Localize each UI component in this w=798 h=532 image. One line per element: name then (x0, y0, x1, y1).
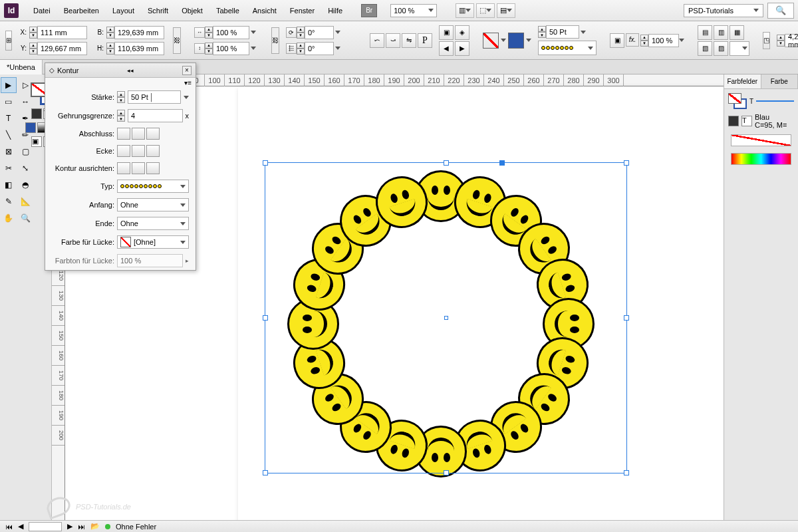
y-field[interactable]: 129,667 mm (37, 42, 87, 55)
width-field[interactable]: 129,639 mm (114, 26, 164, 39)
align-center[interactable] (117, 162, 130, 174)
scale-x-field[interactable]: 100 % (213, 26, 249, 39)
handle-bm[interactable] (444, 470, 449, 475)
hue-spectrum[interactable] (731, 153, 791, 165)
fit-frame[interactable]: ▥ (714, 25, 728, 40)
line-tool[interactable]: ╲ (1, 127, 17, 143)
eyedropper-tool[interactable]: ✎ (1, 194, 17, 209)
cap-butt[interactable] (117, 128, 130, 140)
panel-menu-icon[interactable]: ▾≡ (184, 79, 192, 86)
y-down[interactable]: ▼ (29, 49, 37, 55)
page-last[interactable]: ⏭ (78, 523, 85, 531)
document-tab[interactable]: *Unbena (0, 60, 43, 74)
panel-header[interactable]: ◇ Kontur ◂◂ × (45, 63, 196, 78)
tab-farbfelder[interactable]: Farbfelder (724, 74, 761, 88)
apply-container[interactable] (31, 108, 42, 119)
rotate-field[interactable]: 0° (305, 26, 334, 39)
constrain-proportions[interactable]: ⛓ (173, 27, 181, 54)
preflight-status[interactable]: Ohne Fehler (116, 523, 156, 531)
menu-objekt[interactable]: Objekt (176, 4, 208, 17)
cap-projecting[interactable] (146, 128, 160, 140)
open-icon[interactable]: 📂 (90, 522, 100, 531)
stroke-type-select[interactable] (117, 180, 189, 193)
join-bevel[interactable] (146, 145, 160, 157)
menu-schrift[interactable]: Schrift (142, 4, 174, 17)
panel-close[interactable]: × (182, 66, 192, 75)
x-down[interactable]: ▼ (29, 33, 37, 39)
shear-field[interactable]: 0° (305, 42, 334, 55)
search-button[interactable]: 🔍 (767, 3, 794, 19)
apply-text-icon[interactable]: T (741, 116, 752, 126)
gradient-swatch-tool[interactable]: ◧ (1, 177, 17, 193)
staerke-field[interactable]: 50 Pt (128, 90, 181, 104)
none-swatch-bar[interactable] (731, 134, 791, 146)
fill-swatch[interactable] (483, 33, 499, 49)
select-prev[interactable]: ◀ (439, 41, 454, 56)
select-next[interactable]: ▶ (455, 41, 469, 56)
gap-color-select[interactable]: [Ohne] (117, 235, 189, 249)
page-first[interactable]: ⏮ (5, 523, 13, 531)
join-miter[interactable] (117, 145, 130, 157)
handle-br[interactable] (624, 470, 629, 475)
tab-farbe[interactable]: Farbe (761, 74, 799, 88)
scissors-tool[interactable]: ✂ (1, 160, 17, 176)
fill-stroke-mini[interactable] (728, 93, 747, 109)
workspace-switcher[interactable]: PSD-Tutorials (684, 4, 763, 17)
type-tool[interactable]: T (1, 110, 17, 126)
align-outside[interactable] (146, 162, 160, 174)
scale-y-field[interactable]: 100 % (213, 42, 249, 55)
text-wrap-none[interactable]: ▣ (610, 33, 624, 48)
menu-ansicht[interactable]: Ansicht (247, 4, 282, 17)
join-round[interactable] (132, 145, 145, 157)
rotate-ccw[interactable]: ⤺ (370, 33, 384, 48)
rectangle-frame-tool[interactable]: ⊠ (1, 144, 17, 160)
x-field[interactable]: 111 mm (37, 26, 87, 39)
gradient-feather-tool[interactable]: ◓ (17, 177, 33, 193)
fx-button[interactable]: fx. (626, 33, 639, 47)
staerke-dropdown[interactable] (184, 96, 189, 99)
stroke-swatch[interactable] (508, 33, 524, 49)
x-up[interactable]: ▲ (29, 27, 37, 33)
menu-datei[interactable]: Datei (28, 4, 56, 17)
reference-point[interactable]: ⊞ (5, 31, 12, 51)
paragraph-icon[interactable]: P (418, 33, 432, 48)
handle-tm[interactable] (444, 160, 449, 166)
page-tool[interactable]: ▭ (1, 94, 17, 110)
opacity-field[interactable]: 100 % (648, 34, 679, 47)
view-icon-2[interactable]: ⬚ (476, 3, 495, 18)
handle-rotate[interactable] (499, 160, 505, 166)
handle-bl[interactable] (263, 470, 268, 475)
end-arrow-select[interactable]: Ohne (117, 217, 189, 230)
select-container[interactable]: ▣ (439, 25, 454, 40)
corner-options[interactable]: ◳ (763, 32, 770, 49)
center-content[interactable]: ▦ (730, 25, 744, 40)
y-up[interactable]: ▲ (29, 43, 37, 49)
free-transform-tool[interactable]: ⤡ (17, 160, 33, 176)
menu-bearbeiten[interactable]: Bearbeiten (59, 4, 104, 17)
align-inside[interactable] (132, 162, 145, 174)
selection-tool[interactable]: ▶ (1, 77, 17, 93)
bridge-button[interactable]: Br (361, 4, 377, 17)
handle-tl[interactable] (263, 160, 268, 166)
zoom-level[interactable]: 100 % (390, 4, 437, 17)
apply-color[interactable] (25, 122, 36, 133)
rotate-cw[interactable]: ⤻ (386, 33, 400, 48)
cap-round[interactable] (132, 128, 145, 140)
menu-layout[interactable]: Layout (107, 4, 140, 17)
menu-fenster[interactable]: Fenster (285, 4, 320, 17)
menu-hilfe[interactable]: Hilfe (323, 4, 348, 17)
zoom-tool[interactable]: 🔍 (17, 210, 33, 226)
page-number-field[interactable] (29, 522, 62, 531)
gehrung-field[interactable]: 4 (128, 109, 183, 122)
constrain-scale[interactable]: ⛓ (271, 27, 279, 54)
handle-tr[interactable] (624, 160, 629, 166)
page-prev[interactable]: ◀ (18, 522, 23, 531)
stroke-type-dropdown[interactable] (538, 41, 597, 55)
corner-radius-field[interactable]: 4,233 mm (785, 34, 798, 47)
apply-box-icon[interactable] (728, 116, 739, 126)
height-field[interactable]: 110,639 mm (114, 42, 164, 55)
handle-mr[interactable] (624, 315, 629, 321)
start-arrow-select[interactable]: Ohne (117, 198, 189, 211)
center-point[interactable] (444, 316, 448, 320)
page-next[interactable]: ▶ (67, 522, 72, 531)
